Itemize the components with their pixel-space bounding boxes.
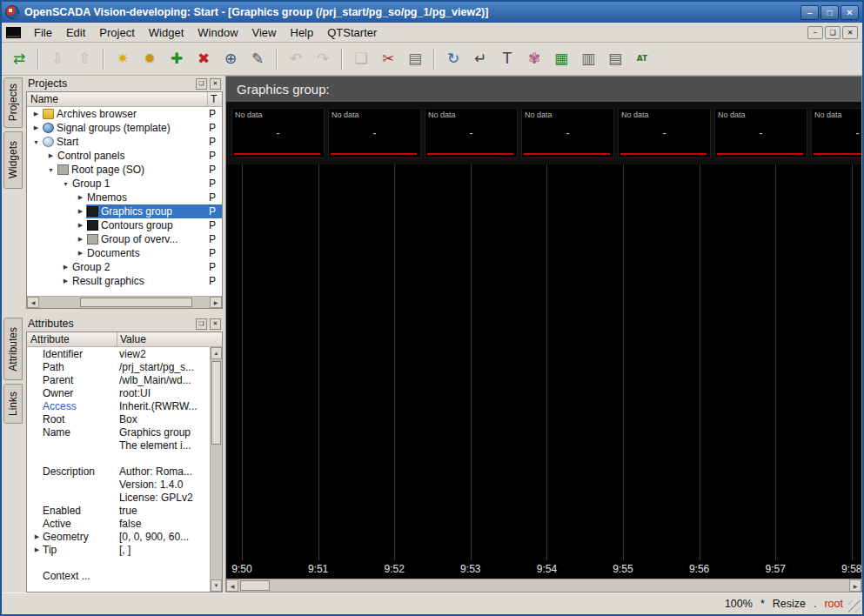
tab-links[interactable]: Links [3, 384, 23, 424]
tree-row[interactable]: ▶Group of overv...P [27, 232, 222, 246]
copy-button[interactable]: ❏ [349, 47, 373, 71]
visual-item-properties-button[interactable]: ⊕ [218, 47, 243, 71]
tree-row[interactable]: ▶Graphics groupP [27, 204, 222, 218]
menu-item-qtstarter[interactable]: QTStarter [320, 24, 384, 41]
tree-row[interactable]: ▶MnemosP [27, 191, 222, 204]
new-library-button[interactable]: ✹ [137, 47, 162, 71]
delete-visual-item-button[interactable]: ✖ [191, 47, 216, 71]
scrollbar-slider[interactable] [80, 298, 192, 307]
dock-float-button[interactable]: ❏ [196, 78, 207, 90]
cut-button[interactable]: ✂ [376, 47, 400, 71]
menu-item-window[interactable]: Window [191, 24, 244, 41]
attribute-row[interactable]: ▶Tip[, ] [27, 543, 210, 556]
trend-widget[interactable]: No data- [618, 108, 711, 158]
menu-item-help[interactable]: Help [284, 24, 321, 41]
expand-arrow-icon[interactable]: ▶ [31, 546, 43, 553]
close-button[interactable]: ✕ [841, 5, 859, 20]
trend-widget[interactable]: No data- [521, 108, 614, 158]
attribute-row[interactable]: Path/prj_start/pg_s... [27, 360, 210, 373]
expand-arrow-icon[interactable]: ▶ [45, 152, 57, 159]
column-header-name[interactable]: Name [27, 92, 208, 106]
attribute-row[interactable]: Parent/wlb_Main/wd... [27, 373, 210, 386]
expand-arrow-icon[interactable]: ▶ [75, 222, 86, 229]
minimize-button[interactable]: – [800, 5, 819, 20]
column-header-attribute[interactable]: Attribute [27, 332, 117, 346]
attribute-row[interactable]: ▶Geometry[0, 0, 900, 60... [27, 530, 210, 543]
attribute-row[interactable] [27, 452, 210, 465]
canvas-hscrollbar[interactable]: ◀ ▶ [226, 579, 861, 592]
db-save-button[interactable]: ⇧ [72, 47, 97, 71]
tab-projects[interactable]: Projects [3, 77, 23, 128]
scroll-down-icon[interactable]: ▼ [211, 579, 222, 592]
dock-float-button[interactable]: ❏ [196, 318, 207, 330]
attribute-row[interactable] [27, 556, 210, 569]
scroll-left-icon[interactable]: ◀ [226, 579, 238, 592]
tree-row[interactable]: ▶Archives browserP [27, 107, 222, 121]
db-load-button[interactable]: ⇩ [45, 47, 70, 71]
run-project-button[interactable]: ↻ [441, 47, 465, 71]
tree-row[interactable]: ▼Group 1P [27, 177, 222, 191]
expand-arrow-icon[interactable]: ▶ [75, 208, 86, 215]
expand-arrow-icon[interactable]: ▶ [75, 250, 86, 257]
dock-close-button[interactable]: ✕ [210, 318, 221, 330]
attribute-row[interactable]: NameGraphics group [27, 425, 210, 439]
trend-widget[interactable]: No data- [425, 108, 518, 158]
maximize-button[interactable]: □ [820, 5, 839, 20]
scrollbar-track[interactable] [238, 579, 849, 592]
dock-close-button[interactable]: ✕ [210, 78, 221, 90]
enter-element-button[interactable]: ↵ [468, 47, 492, 71]
collapse-arrow-icon[interactable]: ▼ [60, 181, 71, 187]
add-visual-item-button[interactable]: ✚ [164, 47, 189, 71]
mdi-restore-button[interactable]: ❏ [825, 26, 841, 39]
trend-widget[interactable]: No data- [328, 108, 421, 158]
attribute-row[interactable]: Context ... [27, 569, 210, 582]
media-widget-button[interactable]: ✾ [522, 47, 546, 71]
attribute-row[interactable]: Enabledtrue [27, 504, 210, 517]
tree-row[interactable]: ▶DocumentsP [27, 246, 222, 260]
paste-button[interactable]: ▤ [403, 47, 427, 71]
expand-arrow-icon[interactable]: ▶ [75, 236, 86, 243]
tree-row[interactable]: ▼StartP [27, 135, 222, 149]
expand-arrow-icon[interactable]: ▶ [30, 124, 42, 131]
values-widget-button[interactable]: AT [630, 47, 654, 71]
projects-tree-hscrollbar[interactable]: ◀ ▶ [27, 296, 222, 308]
scrollbar-track[interactable] [211, 359, 222, 579]
tree-row[interactable]: ▶Contours groupP [27, 218, 222, 232]
tree-row[interactable]: ▼Root page (SO)P [27, 163, 222, 177]
load-from-db-button[interactable]: ⇄ [7, 47, 31, 71]
expand-arrow-icon[interactable]: ▶ [30, 110, 42, 117]
column-header-value[interactable]: Value [117, 332, 222, 346]
attribute-row[interactable]: Version: 1.4.0 [27, 478, 210, 491]
mdi-minimize-button[interactable]: − [807, 26, 823, 39]
tree-row[interactable]: ▶Signal groups (template)P [27, 121, 222, 135]
menu-item-project[interactable]: Project [92, 24, 141, 41]
scrollbar-track[interactable] [39, 297, 210, 308]
scroll-up-icon[interactable]: ▲ [211, 347, 222, 359]
tab-widgets[interactable]: Widgets [3, 131, 23, 189]
expand-arrow-icon[interactable]: ▶ [31, 533, 43, 540]
menu-item-view[interactable]: View [245, 24, 284, 41]
undo-button[interactable]: ↶ [284, 47, 308, 71]
resize-grip-icon[interactable] [848, 600, 861, 613]
collapse-arrow-icon[interactable]: ▼ [30, 139, 42, 145]
tab-attributes[interactable]: Attributes [3, 318, 23, 380]
menu-item-widget[interactable]: Widget [142, 24, 191, 41]
document-widget-button[interactable]: ▤ [603, 47, 627, 71]
scrollbar-slider[interactable] [240, 580, 270, 591]
expand-arrow-icon[interactable]: ▶ [75, 194, 86, 201]
attribute-row[interactable]: AccessInherit.(RWRW... [27, 399, 210, 412]
menu-item-edit[interactable]: Edit [59, 24, 92, 41]
attribute-row[interactable]: Activefalse [27, 517, 210, 530]
expand-arrow-icon[interactable]: ▶ [60, 264, 71, 271]
scroll-right-icon[interactable]: ▶ [849, 579, 861, 592]
title-bar[interactable]: OpenSCADA Vision-developing: Start - [Gr… [2, 2, 862, 23]
tree-row[interactable]: ▶Result graphicsP [27, 274, 222, 288]
scroll-left-icon[interactable]: ◀ [27, 297, 39, 308]
new-visual-item-button[interactable]: ✷ [111, 47, 135, 71]
trend-widget[interactable]: No data- [811, 108, 861, 158]
attribute-row[interactable]: The element i... [27, 439, 210, 452]
protocol-widget-button[interactable]: ▥ [576, 47, 600, 71]
trend-widget[interactable]: No data- [714, 108, 807, 158]
scrollbar-slider[interactable] [211, 361, 221, 445]
tree-row[interactable]: ▶Control panelsP [27, 149, 222, 163]
